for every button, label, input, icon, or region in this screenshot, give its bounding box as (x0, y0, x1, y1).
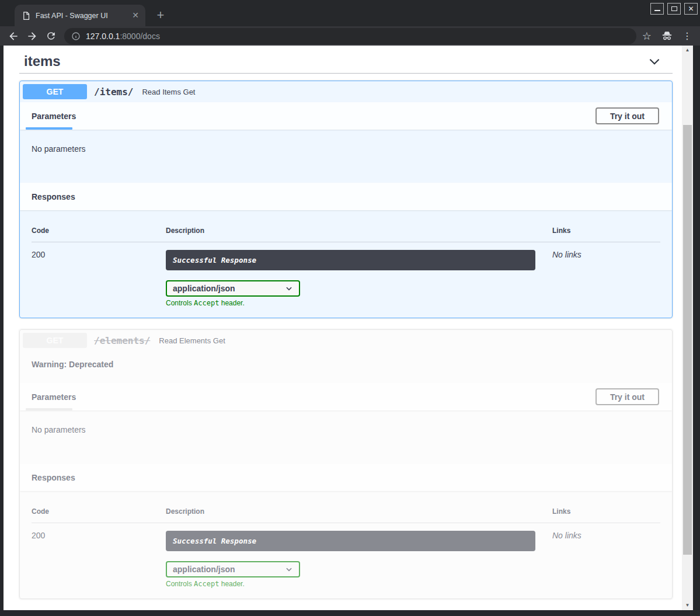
endpoint-summary: Read Elements Get (159, 336, 225, 345)
media-type-select[interactable]: application/json (166, 280, 300, 297)
code-column-header: Code (32, 507, 166, 516)
page-scrollbar[interactable]: ▲ ▼ (682, 46, 693, 610)
close-button[interactable]: ✕ (684, 3, 698, 15)
responses-table-headers: Code Description Links (32, 227, 660, 242)
deprecated-warning: Warning: Deprecated (20, 351, 672, 383)
select-chevron-icon (285, 565, 293, 573)
maximize-button[interactable] (667, 3, 681, 15)
opblock-get-items: GET /items/ Read Items Get Parameters Tr… (19, 81, 673, 318)
no-links-text: No links (552, 531, 660, 588)
opblock-summary[interactable]: GET /items/ Read Items Get (20, 81, 672, 102)
minimize-button[interactable] (650, 3, 664, 15)
media-type-select[interactable]: application/json (166, 561, 300, 577)
method-badge: GET (23, 84, 87, 99)
browser-menu-icon[interactable]: ⋮ (682, 32, 692, 41)
response-description-bar: Successful Response (166, 531, 535, 551)
endpoint-path: /items/ (94, 86, 133, 98)
responses-header: Responses (20, 183, 672, 210)
code-column-header: Code (32, 227, 166, 235)
try-it-out-button[interactable]: Try it out (595, 107, 659, 124)
back-icon[interactable] (6, 29, 21, 44)
tab-title: Fast API - Swagger UI (36, 12, 130, 20)
url-path: :8000/docs (120, 32, 160, 41)
reload-icon[interactable] (43, 29, 58, 44)
browser-tab[interactable]: Fast API - Swagger UI ✕ (15, 5, 145, 26)
no-parameters-text: No parameters (20, 410, 672, 464)
responses-title: Responses (29, 473, 75, 482)
no-parameters-text: No parameters (20, 130, 672, 183)
parameters-header: Parameters Try it out (20, 383, 672, 410)
url-host: 127.0.0.1 (86, 32, 120, 41)
page-viewport: items GET /items/ Read Items Get Paramet… (4, 46, 693, 610)
response-description-cell: Successful Response application/json Con… (166, 250, 552, 307)
responses-header: Responses (20, 464, 672, 491)
responses-table-headers: Code Description Links (32, 507, 660, 523)
media-type-value: application/json (173, 284, 235, 293)
browser-window: Fast API - Swagger UI ✕ + ✕ 127.0.0.1 (0, 0, 700, 616)
new-tab-button[interactable]: + (153, 8, 168, 23)
scrollbar-down-icon[interactable]: ▼ (682, 601, 693, 610)
site-info-icon[interactable] (71, 32, 81, 41)
bookmark-star-icon[interactable]: ☆ (642, 31, 652, 41)
opblock-get-elements-deprecated: GET /elements/ Read Elements Get Warning… (19, 329, 673, 599)
incognito-icon (661, 30, 673, 42)
no-links-text: No links (552, 250, 660, 307)
tab-strip: Fast API - Swagger UI ✕ + ✕ (0, 0, 700, 26)
endpoint-path: /elements/ (94, 335, 150, 346)
active-tab-underline (26, 408, 72, 410)
controls-accept-note: Controls Accept header. (166, 299, 552, 307)
links-column-header: Links (552, 227, 660, 235)
media-type-value: application/json (173, 565, 235, 574)
address-bar[interactable]: 127.0.0.1 :8000/docs (64, 28, 636, 44)
response-row: 200 Successful Response application/json… (32, 242, 660, 307)
scrollbar-up-icon[interactable]: ▲ (682, 46, 693, 55)
status-code: 200 (32, 250, 166, 307)
response-row: 200 Successful Response application/json… (32, 523, 660, 588)
status-code: 200 (32, 531, 166, 588)
toolbar-right-icons: ☆ ⋮ (642, 30, 692, 42)
parameters-title: Parameters (29, 392, 76, 402)
collapse-chevron-icon[interactable] (647, 54, 662, 69)
opblock-summary[interactable]: GET /elements/ Read Elements Get (20, 330, 672, 351)
endpoint-summary: Read Items Get (142, 88, 195, 96)
active-tab-underline (26, 127, 72, 130)
page-favicon-icon (22, 11, 30, 20)
response-description-bar: Successful Response (166, 250, 535, 270)
responses-title: Responses (29, 192, 75, 201)
tab-close-icon[interactable]: ✕ (130, 11, 141, 21)
responses-table: Code Description Links 200 Successful Re… (20, 210, 672, 318)
description-column-header: Description (166, 227, 552, 235)
tag-section-header[interactable]: items (19, 50, 673, 74)
parameters-header: Parameters Try it out (20, 102, 672, 130)
response-description-cell: Successful Response application/json Con… (166, 531, 552, 588)
scrollbar-thumb[interactable] (683, 125, 692, 555)
select-chevron-icon (285, 284, 293, 293)
responses-table: Code Description Links 200 Successful Re… (20, 491, 672, 598)
try-it-out-button[interactable]: Try it out (595, 388, 659, 405)
swagger-content: items GET /items/ Read Items Get Paramet… (19, 46, 673, 599)
browser-toolbar: 127.0.0.1 :8000/docs ☆ ⋮ (0, 26, 700, 46)
links-column-header: Links (552, 507, 660, 516)
description-column-header: Description (166, 507, 552, 516)
window-controls: ✕ (650, 3, 698, 15)
tag-title: items (24, 53, 61, 69)
forward-icon[interactable] (25, 29, 40, 44)
method-badge: GET (23, 333, 87, 348)
controls-accept-note: Controls Accept header. (166, 580, 552, 588)
parameters-title: Parameters (29, 112, 76, 121)
